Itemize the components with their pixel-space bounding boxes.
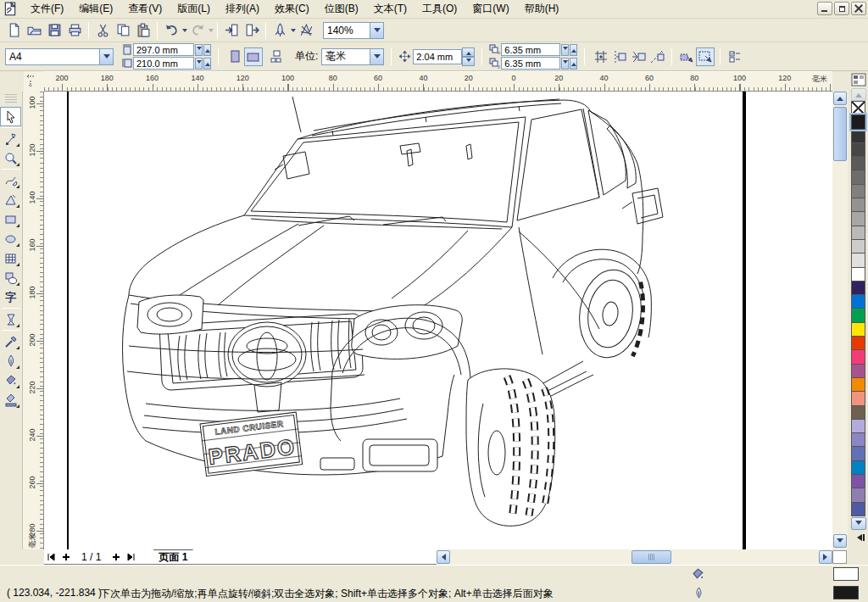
menu-item-arrange[interactable]: 排列(A) bbox=[218, 0, 267, 19]
palette-swatch[interactable] bbox=[851, 198, 865, 212]
portrait-button[interactable] bbox=[225, 47, 244, 66]
palette-swatch[interactable] bbox=[851, 502, 865, 516]
application-launcher-button[interactable] bbox=[270, 20, 290, 41]
palette-swatch[interactable] bbox=[851, 460, 865, 475]
vertical-ruler[interactable]: 100120140160180200220240260280 毫米 bbox=[23, 92, 44, 549]
cut-button[interactable] bbox=[92, 20, 113, 41]
menu-item-window[interactable]: 窗口(W) bbox=[465, 0, 516, 19]
zoom-combo-arrow[interactable] bbox=[370, 23, 383, 38]
paper-width-spin-up[interactable] bbox=[203, 44, 211, 56]
fill-tool[interactable] bbox=[0, 371, 21, 390]
scroll-left-button[interactable] bbox=[437, 550, 450, 564]
print-button[interactable] bbox=[64, 20, 85, 41]
menu-item-help[interactable]: 帮助(H) bbox=[517, 0, 567, 19]
menu-item-edit[interactable]: 编辑(E) bbox=[71, 0, 120, 19]
menu-item-bitmaps[interactable]: 位图(B) bbox=[317, 0, 366, 19]
menu-item-file[interactable]: 文件(F) bbox=[23, 0, 71, 19]
zoom-tool[interactable] bbox=[0, 148, 21, 168]
palette-swatch[interactable] bbox=[851, 488, 865, 502]
smart-drawing-tool[interactable] bbox=[0, 190, 21, 209]
paper-height-field[interactable]: 210.0 mm bbox=[133, 57, 194, 70]
palette-swatch[interactable] bbox=[851, 349, 865, 364]
scroll-up-button[interactable] bbox=[833, 92, 847, 105]
last-page-button[interactable] bbox=[125, 550, 138, 563]
snap-to-guidelines-button[interactable] bbox=[610, 47, 629, 66]
basic-shapes-tool[interactable] bbox=[0, 268, 21, 287]
redo-button[interactable] bbox=[187, 20, 208, 41]
duplicate-y-spin-up[interactable] bbox=[570, 58, 577, 70]
paper-height-spin-up[interactable] bbox=[203, 58, 211, 70]
interactive-fill-tool[interactable] bbox=[0, 390, 21, 410]
shape-tool[interactable] bbox=[0, 129, 21, 148]
menu-item-tools[interactable]: 工具(O) bbox=[415, 0, 465, 19]
duplicate-y-field[interactable]: 6.35 mm bbox=[501, 57, 560, 70]
units-combo-arrow[interactable] bbox=[370, 49, 383, 64]
no-color-swatch[interactable] bbox=[851, 101, 865, 115]
palette-swatch[interactable] bbox=[851, 391, 865, 405]
menu-item-effects[interactable]: 效果(C) bbox=[267, 0, 317, 19]
scroll-down-button[interactable] bbox=[833, 534, 847, 548]
eyedropper-tool[interactable] bbox=[0, 332, 21, 351]
pick-tool[interactable] bbox=[0, 107, 21, 126]
palette-flyout-button[interactable] bbox=[851, 532, 866, 543]
minimize-button[interactable] bbox=[817, 2, 832, 15]
redo-dropdown-arrow[interactable] bbox=[209, 29, 214, 35]
graph-paper-tool[interactable] bbox=[0, 248, 21, 268]
add-page-after-button[interactable] bbox=[109, 550, 123, 563]
paper-height-spin-down[interactable] bbox=[195, 58, 203, 70]
interactive-blend-tool[interactable] bbox=[0, 309, 21, 329]
new-button[interactable] bbox=[3, 20, 24, 41]
palette-swatch[interactable] bbox=[851, 432, 865, 447]
snap-to-grid-button[interactable] bbox=[592, 47, 610, 66]
outline-tool[interactable] bbox=[0, 351, 21, 371]
options-checklist-button[interactable] bbox=[726, 47, 744, 66]
freehand-tool[interactable] bbox=[0, 170, 21, 190]
palette-swatch[interactable] bbox=[851, 294, 865, 309]
palette-swatch[interactable] bbox=[851, 446, 865, 460]
menu-item-layout[interactable]: 版面(L) bbox=[170, 0, 218, 19]
close-button[interactable] bbox=[851, 2, 866, 15]
palette-swatch[interactable] bbox=[851, 308, 865, 322]
palette-swatch[interactable] bbox=[851, 239, 865, 254]
first-page-button[interactable] bbox=[44, 550, 58, 563]
nudge-spin-down[interactable] bbox=[462, 57, 475, 66]
paper-width-field[interactable]: 297.0 mm bbox=[133, 43, 194, 56]
paste-button[interactable] bbox=[133, 20, 153, 41]
undo-button[interactable] bbox=[161, 20, 181, 41]
horizontal-ruler[interactable]: 2001801601401201008060402002040608010012… bbox=[44, 71, 832, 92]
treat-as-filled-button[interactable] bbox=[677, 47, 696, 66]
palette-swatch[interactable] bbox=[851, 377, 865, 392]
palette-swatch[interactable] bbox=[851, 211, 865, 226]
drawing-canvas[interactable]: LAND CRUISER PRADO bbox=[44, 92, 832, 549]
menu-item-view[interactable]: 查看(V) bbox=[120, 0, 170, 19]
palette-swatch[interactable] bbox=[851, 156, 865, 170]
palette-swatch[interactable] bbox=[851, 364, 865, 378]
paper-width-spin-down[interactable] bbox=[195, 44, 203, 56]
ellipse-tool[interactable] bbox=[0, 229, 21, 248]
vertical-scrollbar[interactable] bbox=[832, 92, 848, 549]
landscape-button[interactable] bbox=[244, 47, 263, 66]
prado-line-art[interactable]: LAND CRUISER PRADO bbox=[44, 92, 832, 549]
horizontal-scroll-thumb[interactable] bbox=[632, 550, 671, 564]
palette-scroll-down-button[interactable] bbox=[851, 517, 866, 530]
palette-swatch[interactable] bbox=[851, 281, 865, 295]
page-tab[interactable]: 页面 1 bbox=[145, 549, 201, 564]
save-button[interactable] bbox=[44, 20, 64, 41]
palette-swatch[interactable] bbox=[851, 184, 865, 198]
palette-swatch[interactable] bbox=[851, 142, 865, 157]
text-tool[interactable]: 字 bbox=[0, 287, 21, 307]
import-button[interactable] bbox=[221, 20, 242, 41]
restore-button[interactable] bbox=[834, 2, 849, 15]
scroll-right-button[interactable] bbox=[819, 550, 832, 564]
rectangle-tool[interactable] bbox=[0, 209, 21, 229]
palette-swatch[interactable] bbox=[851, 322, 865, 337]
duplicate-x-spin-down[interactable] bbox=[561, 44, 569, 56]
vertical-scroll-thumb[interactable] bbox=[833, 107, 847, 161]
marquee-select-button[interactable] bbox=[696, 47, 715, 66]
set-for-all-pages-button[interactable] bbox=[268, 47, 287, 66]
palette-swatch[interactable] bbox=[851, 267, 865, 281]
snap-to-objects-button[interactable] bbox=[629, 47, 648, 66]
palette-options-icon[interactable] bbox=[851, 73, 866, 86]
open-button[interactable] bbox=[24, 20, 44, 41]
palette-swatch[interactable] bbox=[851, 405, 865, 420]
